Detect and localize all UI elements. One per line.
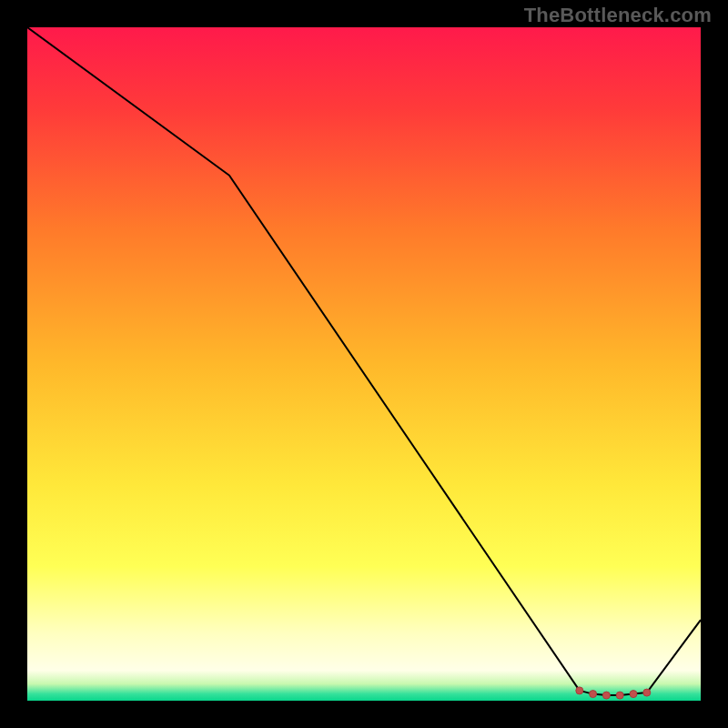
data-marker xyxy=(630,691,637,698)
chart-frame: TheBottleneck.com xyxy=(0,0,728,728)
data-marker xyxy=(602,692,610,699)
data-marker xyxy=(616,692,623,699)
data-marker xyxy=(576,687,583,694)
data-marker xyxy=(643,689,651,696)
chart-svg xyxy=(27,27,701,701)
gradient-background xyxy=(27,27,701,701)
plot-area xyxy=(27,27,701,701)
watermark-text: TheBottleneck.com xyxy=(524,4,712,27)
data-marker xyxy=(590,691,597,698)
